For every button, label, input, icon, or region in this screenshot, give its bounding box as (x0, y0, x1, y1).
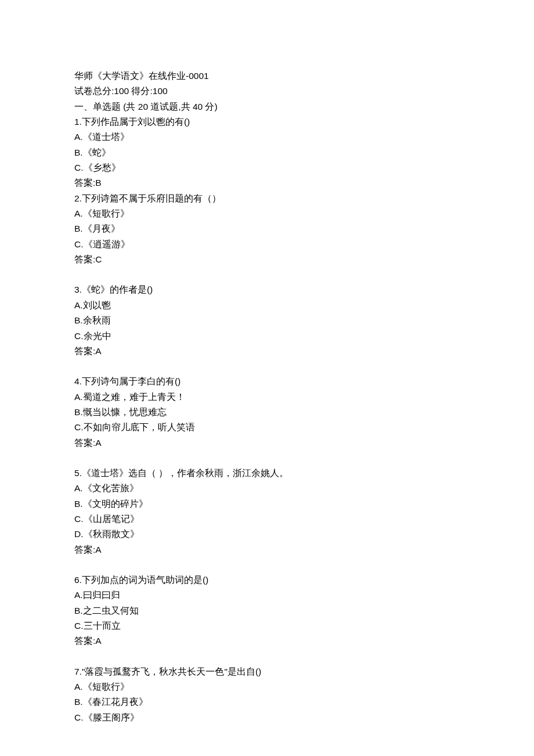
question-answer: 答案:B (74, 175, 460, 190)
question-option: C.三十而立 (74, 618, 460, 633)
question-option: B.《蛇》 (74, 145, 460, 160)
question-option: C.不如向帘儿底下，听人笑语 (74, 420, 460, 435)
question-option: B.《月夜》 (74, 221, 460, 236)
question-stem: 7."落霞与孤鹜齐飞，秋水共长天一色"是出自() (74, 664, 460, 679)
question-option: A.刘以鬯 (74, 298, 460, 313)
question-option: A.蜀道之难，难于上青天！ (74, 390, 460, 405)
question-block: 7."落霞与孤鹜齐飞，秋水共长天一色"是出自() A.《短歌行》 B.《春江花月… (74, 664, 460, 725)
question-stem: 4.下列诗句属于李白的有() (74, 374, 460, 389)
question-answer: 答案:A (74, 542, 460, 557)
question-option: A.《文化苦旅》 (74, 481, 460, 496)
question-option: B.《春江花月夜》 (74, 694, 460, 710)
question-stem: 2.下列诗篇不属于乐府旧题的有（） (74, 191, 460, 206)
question-option: C.《山居笔记》 (74, 512, 460, 527)
question-option: C.《滕王阁序》 (74, 710, 460, 725)
question-option: A.曰归曰归 (74, 588, 460, 603)
question-stem: 1.下列作品属于刘以鬯的有() (74, 114, 460, 129)
question-option: D.《秋雨散文》 (74, 527, 460, 542)
question-answer: 答案:C (74, 252, 460, 267)
question-option: A.《短歌行》 (74, 679, 460, 694)
question-option: B.余秋雨 (74, 313, 460, 328)
question-stem: 3.《蛇》的作者是() (74, 282, 460, 297)
question-option: B.《文明的碎片》 (74, 496, 460, 512)
question-block: 6.下列加点的词为语气助词的是() A.曰归曰归 B.之二虫又何知 C.三十而立… (74, 573, 460, 649)
document-page: 华师《大学语文》在线作业-0001 试卷总分:100 得分:100 一、单选题 … (0, 0, 534, 756)
assignment-title: 华师《大学语文》在线作业-0001 (74, 69, 460, 84)
score-line: 试卷总分:100 得分:100 (74, 84, 460, 99)
question-option: C.《逍遥游》 (74, 237, 460, 252)
question-option: C.余光中 (74, 329, 460, 344)
question-answer: 答案:A (74, 344, 460, 359)
question-answer: 答案:A (74, 435, 460, 451)
question-option: A.《道士塔》 (74, 129, 460, 145)
question-option: B.之二虫又何知 (74, 603, 460, 618)
question-stem: 5.《道士塔》选自（ ），作者余秋雨，浙江余姚人。 (74, 466, 460, 481)
question-option: C.《乡愁》 (74, 160, 460, 175)
section-title: 一、单选题 (共 20 道试题,共 40 分) (74, 99, 460, 114)
question-stem: 6.下列加点的词为语气助词的是() (74, 573, 460, 588)
question-block: 2.下列诗篇不属于乐府旧题的有（） A.《短歌行》 B.《月夜》 C.《逍遥游》… (74, 191, 460, 268)
question-option: B.慨当以慷，忧思难忘 (74, 405, 460, 420)
question-block: 3.《蛇》的作者是() A.刘以鬯 B.余秋雨 C.余光中 答案:A (74, 282, 460, 359)
question-option: A.《短歌行》 (74, 206, 460, 221)
question-block: 5.《道士塔》选自（ ），作者余秋雨，浙江余姚人。 A.《文化苦旅》 B.《文明… (74, 466, 460, 557)
question-answer: 答案:A (74, 633, 460, 649)
question-block: 4.下列诗句属于李白的有() A.蜀道之难，难于上青天！ B.慨当以慷，忧思难忘… (74, 374, 460, 451)
